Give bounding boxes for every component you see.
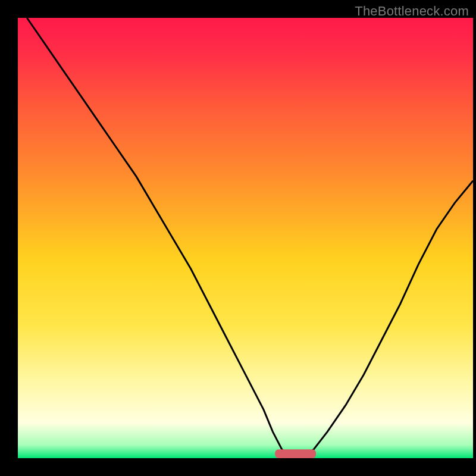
watermark-label: TheBottleneck.com [355, 4, 469, 19]
chart-frame: TheBottleneck.com [0, 0, 476, 476]
bottleneck-chart [0, 0, 476, 476]
frame-right [473, 0, 476, 476]
frame-left [0, 0, 18, 476]
frame-bottom [0, 458, 476, 476]
plot-background [18, 18, 473, 458]
optimal-zone-marker [275, 449, 316, 458]
